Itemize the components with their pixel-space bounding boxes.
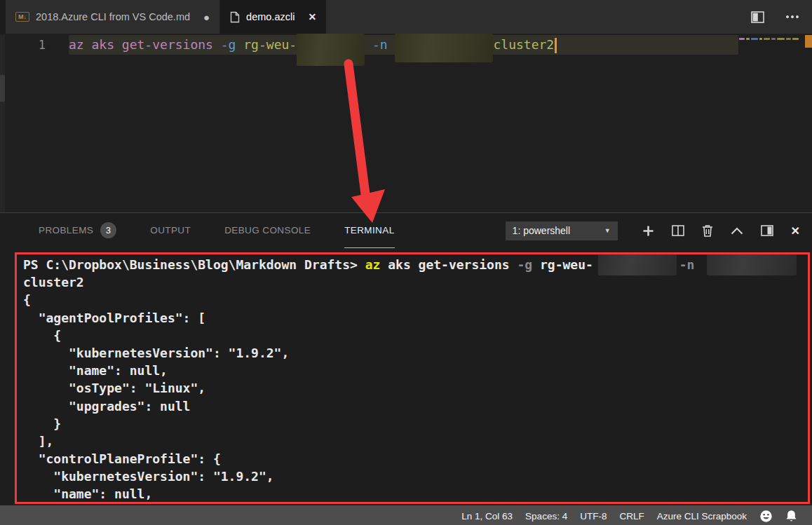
kill-terminal-icon[interactable] [702, 224, 713, 237]
more-actions-icon[interactable] [785, 15, 799, 19]
terminal-toolbar: 1: powershell ▼ [506, 221, 812, 240]
tab-demo-azcli[interactable]: demo.azcli ✕ [220, 0, 326, 34]
tab-title: 2018.Azure CLI from VS Code.md [36, 11, 190, 22]
code-line-content: az aks get-versions -g rg-weu- -n cluste… [69, 35, 738, 55]
token-resource-group: rg-weu- [243, 37, 297, 52]
tab-problems[interactable]: PROBLEMS 3 [39, 213, 116, 248]
vscode-window: M↓ 2018.Azure CLI from VS Code.md ● demo… [0, 0, 812, 525]
close-tab-icon[interactable]: ✕ [308, 11, 316, 22]
terminal-wrapped-line: cluster2 [23, 273, 808, 291]
toggle-panel-icon[interactable] [761, 225, 773, 236]
terminal-line: "kubernetesVersion": "1.9.2", [23, 468, 808, 485]
redacted-blur-box [598, 254, 677, 275]
dropdown-caret-icon: ▼ [604, 227, 611, 234]
token-az: az [365, 257, 381, 272]
terminal-output[interactable]: PS C:\Dropbox\Business\Blog\Markdown Dra… [15, 252, 810, 504]
redacted-blur-box [297, 34, 365, 66]
tab-terminal[interactable]: TERMINAL [344, 213, 394, 248]
maximize-panel-icon[interactable] [731, 227, 743, 235]
terminal-line: "upgrades": null [23, 397, 808, 415]
overview-ruler-mark [805, 35, 812, 48]
terminal-line: ], [23, 432, 808, 450]
split-terminal-icon[interactable] [672, 225, 684, 236]
terminal-command-line: PS C:\Dropbox\Business\Blog\Markdown Dra… [23, 256, 808, 273]
editor-actions [751, 0, 812, 34]
token-flag-g: -g [221, 37, 236, 52]
split-editor-icon[interactable] [751, 11, 764, 23]
minimap[interactable] [739, 37, 804, 41]
feedback-smiley-icon[interactable] [753, 510, 779, 523]
indentation[interactable]: Spaces: 4 [519, 511, 574, 521]
terminal-line: { [23, 327, 808, 344]
tab-title: demo.azcli [246, 11, 295, 22]
terminal-line: "name": null, [23, 362, 808, 379]
eol-sequence[interactable]: CRLF [613, 511, 650, 521]
terminal-line: "osType": "Linux", [23, 379, 808, 397]
editor-left-edge [0, 35, 5, 212]
terminal-select[interactable]: 1: powershell ▼ [506, 221, 618, 240]
editor-region[interactable]: 1 az aks get-versions -g rg-weu- -n clus… [0, 35, 812, 212]
terminal-line: "name": null, [23, 485, 808, 503]
modified-dot-icon[interactable]: ● [203, 11, 210, 23]
panel-header: PROBLEMS 3 OUTPUT DEBUG CONSOLE TERMINAL… [0, 213, 812, 248]
language-mode[interactable]: Azure CLI Scrapbook [651, 511, 753, 521]
token-flag-n: -n [372, 37, 388, 52]
tab-markdown-file[interactable]: M↓ 2018.Azure CLI from VS Code.md ● [6, 0, 220, 34]
markdown-file-icon: M↓ [15, 12, 29, 22]
terminal-line: { [23, 291, 808, 308]
code-line-1: 1 az aks get-versions -g rg-weu- -n clus… [0, 35, 812, 55]
problems-count-badge: 3 [100, 222, 116, 238]
encoding[interactable]: UTF-8 [574, 511, 613, 521]
redacted-blur-box [707, 254, 797, 275]
window-edge [0, 0, 6, 34]
token-command: az aks get-versions [69, 37, 213, 52]
cursor-position[interactable]: Ln 1, Col 63 [455, 511, 519, 521]
tab-output[interactable]: OUTPUT [150, 213, 191, 248]
bottom-panel: PROBLEMS 3 OUTPUT DEBUG CONSOLE TERMINAL… [0, 212, 812, 505]
text-cursor [555, 38, 557, 53]
prompt: PS C:\Dropbox\Business\Blog\Markdown Dra… [23, 257, 358, 272]
terminal-line: "controlPlaneProfile": { [23, 450, 808, 468]
status-bar: Ln 1, Col 63 Spaces: 4 UTF-8 CRLF Azure … [0, 505, 812, 525]
terminal-json-output: { "agentPoolProfiles": [ { "kubernetesVe… [23, 291, 808, 503]
redacted-blur-box [395, 34, 493, 62]
editor-tab-bar: M↓ 2018.Azure CLI from VS Code.md ● demo… [0, 0, 812, 34]
line-number: 1 [0, 38, 69, 52]
terminal-line: } [23, 415, 808, 432]
token-cluster-name: cluster2 [494, 37, 555, 52]
notifications-bell-icon[interactable] [779, 510, 804, 523]
tab-debug-console[interactable]: DEBUG CONSOLE [224, 213, 311, 248]
file-icon [230, 11, 240, 23]
terminal-line: "agentPoolProfiles": [ [23, 309, 808, 327]
new-terminal-icon[interactable] [642, 225, 654, 237]
close-panel-icon[interactable]: ✕ [791, 224, 800, 238]
terminal-line: "kubernetesVersion": "1.9.2", [23, 344, 808, 362]
